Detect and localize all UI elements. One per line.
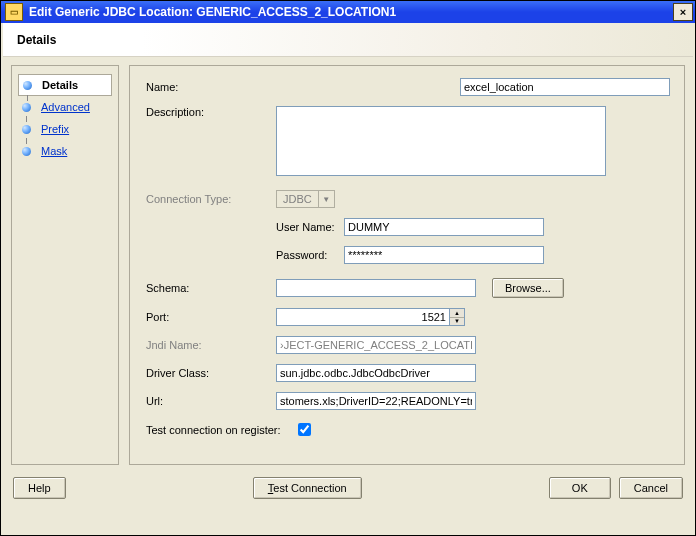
driver-label: Driver Class: bbox=[146, 367, 276, 379]
test-connection-rest: est Connection bbox=[273, 482, 346, 494]
section-header: Details bbox=[3, 23, 693, 57]
nav-bullet-icon bbox=[23, 81, 32, 90]
ok-button[interactable]: OK bbox=[549, 477, 611, 499]
jndi-input bbox=[276, 336, 476, 354]
conn-type-label: Connection Type: bbox=[146, 193, 276, 205]
row-schema: Schema: Browse... bbox=[146, 278, 670, 298]
nav-bullet-icon bbox=[22, 103, 31, 112]
section-title: Details bbox=[17, 33, 56, 47]
browse-button[interactable]: Browse... bbox=[492, 278, 564, 298]
schema-input[interactable] bbox=[276, 279, 476, 297]
app-icon: ▭ bbox=[5, 3, 23, 21]
nav-item-mask[interactable]: Mask bbox=[18, 140, 112, 162]
conn-type-select: JDBC ▼ bbox=[276, 190, 335, 208]
user-label: User Name: bbox=[276, 221, 344, 233]
test-on-register-checkbox[interactable] bbox=[298, 423, 311, 436]
nav-item-label: Details bbox=[42, 79, 78, 91]
footer: Help Test Connection OK Cancel bbox=[1, 465, 695, 511]
spinner-down-icon[interactable]: ▼ bbox=[450, 318, 464, 326]
nav-item-prefix[interactable]: Prefix bbox=[18, 118, 112, 140]
row-password: Password: bbox=[146, 246, 670, 264]
port-input[interactable] bbox=[277, 309, 449, 325]
cancel-button[interactable]: Cancel bbox=[619, 477, 683, 499]
row-name: Name: bbox=[146, 78, 670, 96]
side-nav: Details Advanced Prefix Mask bbox=[11, 65, 119, 465]
jndi-label: Jndi Name: bbox=[146, 339, 276, 351]
name-label: Name: bbox=[146, 81, 276, 93]
driver-input[interactable] bbox=[276, 364, 476, 382]
name-input[interactable] bbox=[460, 78, 670, 96]
spinner-buttons: ▲ ▼ bbox=[449, 309, 464, 325]
nav-item-label: Advanced bbox=[41, 101, 90, 113]
body-area: Details Advanced Prefix Mask Name: Descr… bbox=[1, 57, 695, 465]
nav-tree: Details Advanced Prefix Mask bbox=[18, 74, 112, 162]
close-button[interactable]: × bbox=[673, 3, 693, 21]
row-driver: Driver Class: bbox=[146, 364, 670, 382]
port-label: Port: bbox=[146, 311, 276, 323]
password-label: Password: bbox=[276, 249, 344, 261]
url-label: Url: bbox=[146, 395, 276, 407]
url-input[interactable] bbox=[276, 392, 476, 410]
row-url: Url: bbox=[146, 392, 670, 410]
password-input[interactable] bbox=[344, 246, 544, 264]
row-description: Description: bbox=[146, 106, 670, 176]
port-spinner[interactable]: ▲ ▼ bbox=[276, 308, 465, 326]
nav-item-details[interactable]: Details bbox=[18, 74, 112, 96]
test-on-register-label: Test connection on register: bbox=[146, 424, 294, 436]
row-user: User Name: bbox=[146, 218, 670, 236]
help-button[interactable]: Help bbox=[13, 477, 66, 499]
form-panel: Name: Description: Connection Type: JDBC… bbox=[129, 65, 685, 465]
description-textarea[interactable] bbox=[276, 106, 606, 176]
row-port: Port: ▲ ▼ bbox=[146, 308, 670, 326]
row-jndi: Jndi Name: bbox=[146, 336, 670, 354]
spinner-up-icon[interactable]: ▲ bbox=[450, 309, 464, 318]
row-conn-type: Connection Type: JDBC ▼ bbox=[146, 190, 670, 208]
row-test-on-register: Test connection on register: bbox=[146, 420, 670, 439]
chevron-down-icon: ▼ bbox=[318, 191, 334, 207]
nav-item-label: Prefix bbox=[41, 123, 69, 135]
user-input[interactable] bbox=[344, 218, 544, 236]
schema-label: Schema: bbox=[146, 282, 276, 294]
window-title: Edit Generic JDBC Location: GENERIC_ACCE… bbox=[29, 5, 673, 19]
description-label: Description: bbox=[146, 106, 276, 118]
test-connection-button[interactable]: Test Connection bbox=[253, 477, 362, 499]
nav-item-advanced[interactable]: Advanced bbox=[18, 96, 112, 118]
nav-bullet-icon bbox=[22, 125, 31, 134]
conn-type-value: JDBC bbox=[277, 193, 318, 205]
nav-item-label: Mask bbox=[41, 145, 67, 157]
nav-bullet-icon bbox=[22, 147, 31, 156]
title-bar: ▭ Edit Generic JDBC Location: GENERIC_AC… bbox=[1, 1, 695, 23]
